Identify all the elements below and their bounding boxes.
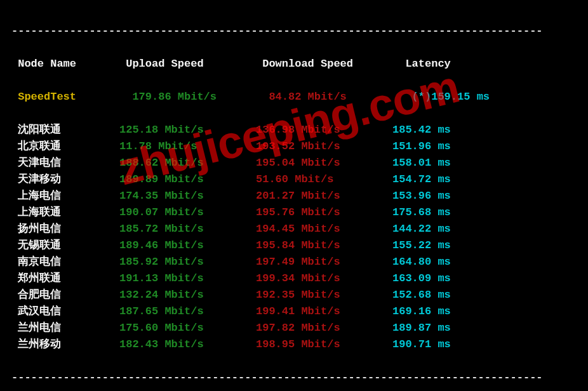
node-name: 郑州联通: [11, 270, 119, 287]
upload-speed: 11.78 Mbit/s: [119, 138, 256, 155]
header-row: Node Name Upload Speed Download Speed La…: [11, 56, 577, 72]
header-node: Node Name: [11, 56, 119, 72]
node-name: 上海联通: [11, 204, 119, 221]
speedtest-node: SpeedTest: [11, 89, 119, 105]
divider-mid: ----------------------------------------…: [11, 369, 577, 386]
download-speed: 51.60 Mbit/s: [256, 171, 392, 188]
table-row: 沈阳联通125.18 Mbit/s136.98 Mbit/s185.42 ms: [11, 122, 577, 138]
speedtest-download: 84.82 Mbit/s: [256, 89, 392, 105]
table-row: 上海电信174.35 Mbit/s201.27 Mbit/s153.96 ms: [11, 188, 577, 204]
download-speed: 197.82 Mbit/s: [256, 320, 392, 336]
node-name: 上海电信: [11, 188, 119, 204]
table-row: 南京电信185.92 Mbit/s197.49 Mbit/s164.80 ms: [11, 254, 577, 270]
node-name: 兰州移动: [11, 336, 119, 353]
latency-value: 189.87 ms: [392, 320, 577, 336]
speedtest-row: SpeedTest 179.86 Mbit/s 84.82 Mbit/s (*)…: [11, 89, 577, 105]
download-speed: 198.95 Mbit/s: [256, 336, 392, 353]
terminal-output: ----------------------------------------…: [0, 0, 588, 391]
download-speed: 195.04 Mbit/s: [256, 155, 392, 171]
node-name: 合肥电信: [11, 287, 119, 303]
speedtest-latency: (*)159.15 ms: [392, 89, 577, 105]
download-speed: 195.76 Mbit/s: [256, 204, 392, 221]
table-row: 天津电信188.62 Mbit/s195.04 Mbit/s158.01 ms: [11, 155, 577, 171]
upload-speed: 191.13 Mbit/s: [119, 270, 256, 287]
upload-speed: 187.65 Mbit/s: [119, 303, 256, 320]
node-name: 武汉电信: [11, 303, 119, 320]
latency-value: 153.96 ms: [392, 188, 577, 204]
node-name: 扬州电信: [11, 221, 119, 237]
table-row: 兰州移动182.43 Mbit/s198.95 Mbit/s190.71 ms: [11, 336, 577, 353]
latency-value: 163.09 ms: [392, 270, 577, 287]
upload-speed: 189.89 Mbit/s: [119, 171, 256, 188]
table-row: 上海联通190.07 Mbit/s195.76 Mbit/s175.68 ms: [11, 204, 577, 221]
upload-speed: 190.07 Mbit/s: [119, 204, 256, 221]
node-name: 兰州电信: [11, 320, 119, 336]
upload-speed: 175.60 Mbit/s: [119, 320, 256, 336]
download-speed: 192.35 Mbit/s: [256, 287, 392, 303]
download-speed: 197.49 Mbit/s: [256, 254, 392, 270]
node-name: 沈阳联通: [11, 122, 119, 138]
upload-speed: 125.18 Mbit/s: [119, 122, 256, 138]
table-row: 天津移动189.89 Mbit/s51.60 Mbit/s154.72 ms: [11, 171, 577, 188]
upload-speed: 132.24 Mbit/s: [119, 287, 256, 303]
download-speed: 193.52 Mbit/s: [256, 138, 392, 155]
latency-value: 154.72 ms: [392, 171, 577, 188]
latency-value: 152.68 ms: [392, 287, 577, 303]
table-row: 武汉电信187.65 Mbit/s199.41 Mbit/s169.16 ms: [11, 303, 577, 320]
results-table-body: 沈阳联通125.18 Mbit/s136.98 Mbit/s185.42 ms …: [11, 122, 577, 353]
divider-top: ----------------------------------------…: [11, 23, 577, 39]
latency-value: 185.42 ms: [392, 122, 577, 138]
table-row: 合肥电信132.24 Mbit/s192.35 Mbit/s152.68 ms: [11, 287, 577, 303]
download-speed: 194.45 Mbit/s: [256, 221, 392, 237]
latency-value: 158.01 ms: [392, 155, 577, 171]
latency-value: 144.22 ms: [392, 221, 577, 237]
node-name: 天津电信: [11, 155, 119, 171]
latency-value: 151.96 ms: [392, 138, 577, 155]
node-name: 南京电信: [11, 254, 119, 270]
node-name: 北京联通: [11, 138, 119, 155]
upload-speed: 188.62 Mbit/s: [119, 155, 256, 171]
download-speed: 136.98 Mbit/s: [256, 122, 392, 138]
upload-speed: 174.35 Mbit/s: [119, 188, 256, 204]
latency-value: 169.16 ms: [392, 303, 577, 320]
download-speed: 199.41 Mbit/s: [256, 303, 392, 320]
table-row: 无锡联通189.46 Mbit/s195.84 Mbit/s155.22 ms: [11, 237, 577, 254]
header-upload: Upload Speed: [119, 56, 256, 72]
latency-value: 175.68 ms: [392, 204, 577, 221]
download-speed: 199.34 Mbit/s: [256, 270, 392, 287]
speedtest-upload: 179.86 Mbit/s: [119, 89, 256, 105]
upload-speed: 185.72 Mbit/s: [119, 221, 256, 237]
upload-speed: 189.46 Mbit/s: [119, 237, 256, 254]
download-speed: 195.84 Mbit/s: [256, 237, 392, 254]
table-row: 扬州电信185.72 Mbit/s194.45 Mbit/s144.22 ms: [11, 221, 577, 237]
table-row: 北京联通11.78 Mbit/s193.52 Mbit/s151.96 ms: [11, 138, 577, 155]
latency-value: 155.22 ms: [392, 237, 577, 254]
download-speed: 201.27 Mbit/s: [256, 188, 392, 204]
node-name: 天津移动: [11, 171, 119, 188]
node-name: 无锡联通: [11, 237, 119, 254]
upload-speed: 182.43 Mbit/s: [119, 336, 256, 353]
table-row: 兰州电信175.60 Mbit/s197.82 Mbit/s189.87 ms: [11, 320, 577, 336]
latency-value: 190.71 ms: [392, 336, 577, 353]
latency-value: 164.80 ms: [392, 254, 577, 270]
header-latency: Latency: [392, 56, 577, 72]
upload-speed: 185.92 Mbit/s: [119, 254, 256, 270]
table-row: 郑州联通191.13 Mbit/s199.34 Mbit/s163.09 ms: [11, 270, 577, 287]
header-download: Download Speed: [256, 56, 392, 72]
